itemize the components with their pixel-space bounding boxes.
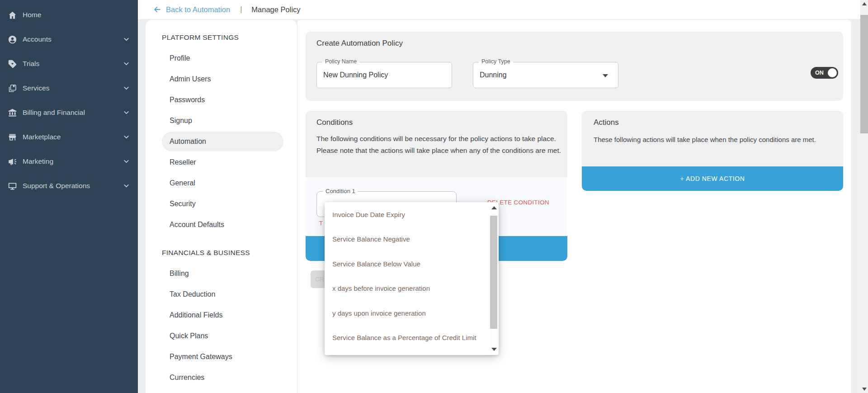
actions-description: These following actions will take place … bbox=[594, 136, 838, 143]
policy-type-value: Dunning bbox=[480, 71, 507, 79]
policy-type-label: Policy Type bbox=[479, 58, 513, 65]
menu-item-passwords[interactable]: Passwords bbox=[146, 90, 297, 110]
menu-item-currencies[interactable]: Currencies bbox=[146, 367, 297, 388]
menu-item-account-defaults[interactable]: Account Defaults bbox=[146, 214, 297, 235]
menu-item-signup[interactable]: Signup bbox=[146, 110, 297, 131]
page-scrollbar[interactable] bbox=[860, 0, 868, 393]
page-title: Manage Policy bbox=[251, 5, 300, 14]
actions-title: Actions bbox=[594, 118, 619, 127]
sidebar: Home Accounts Trials Services Billing an… bbox=[0, 0, 138, 393]
policy-enabled-toggle[interactable]: ON bbox=[811, 67, 838, 79]
menu-item-security[interactable]: Security bbox=[146, 194, 297, 214]
sidebar-item-label: Billing and Financial bbox=[23, 109, 85, 117]
create-policy-card: Create Automation Policy Policy Name Pol… bbox=[306, 32, 843, 101]
home-icon bbox=[8, 10, 17, 20]
dropdown-option-service-balance-negative[interactable]: Service Balance Negative bbox=[325, 227, 499, 252]
dropdown-option-invoice-due-date-expiry[interactable]: Invoice Due Date Expiry bbox=[325, 202, 499, 227]
sidebar-item-home[interactable]: Home bbox=[0, 3, 138, 27]
condition-options-dropdown: Invoice Due Date Expiry Service Balance … bbox=[325, 202, 499, 355]
topbar: Back to Automation | Manage Policy bbox=[138, 0, 868, 19]
sidebar-item-services[interactable]: Services bbox=[0, 76, 138, 100]
policy-name-field: Policy Name bbox=[316, 62, 452, 88]
dropdown-scrollbar-thumb[interactable] bbox=[490, 216, 497, 329]
scroll-up-icon[interactable] bbox=[862, 2, 867, 5]
megaphone-icon bbox=[8, 157, 17, 166]
select-caret-icon bbox=[603, 74, 608, 77]
services-icon bbox=[8, 84, 17, 93]
menu-item-tax-deduction[interactable]: Tax Deduction bbox=[146, 284, 297, 305]
menu-item-billing[interactable]: Billing bbox=[146, 263, 297, 284]
menu-item-profile[interactable]: Profile bbox=[146, 48, 297, 69]
toggle-knob bbox=[828, 68, 837, 77]
menu-item-admin-users[interactable]: Admin Users bbox=[146, 69, 297, 90]
back-to-automation-link[interactable]: Back to Automation bbox=[153, 5, 230, 14]
policy-name-input[interactable] bbox=[317, 62, 452, 88]
bank-icon bbox=[8, 108, 17, 118]
screen: Home Accounts Trials Services Billing an… bbox=[0, 0, 868, 393]
sidebar-item-label: Accounts bbox=[23, 35, 52, 43]
sidebar-item-label: Support & Operations bbox=[23, 182, 90, 190]
chevron-down-icon bbox=[123, 60, 130, 68]
scroll-up-icon[interactable] bbox=[491, 206, 497, 209]
policy-name-label: Policy Name bbox=[322, 58, 359, 65]
add-new-action-button[interactable]: + ADD NEW ACTION bbox=[582, 166, 843, 191]
monitor-icon bbox=[8, 181, 17, 191]
actions-card: Actions These following actions will tak… bbox=[582, 111, 843, 191]
sidebar-item-marketing[interactable]: Marketing bbox=[0, 149, 138, 174]
sidebar-item-label: Home bbox=[23, 11, 41, 19]
conditions-description: The following conditions will be necessa… bbox=[316, 133, 566, 156]
back-link-label: Back to Automation bbox=[166, 5, 230, 14]
dropdown-option-x-days-before-invoice-generation[interactable]: x days before invoice generation bbox=[325, 276, 499, 301]
storefront-icon bbox=[8, 133, 17, 142]
sidebar-item-trials[interactable]: Trials bbox=[0, 52, 138, 76]
condition-1-label: Condition 1 bbox=[323, 188, 358, 194]
sidebar-item-label: Marketing bbox=[23, 157, 53, 166]
menu-item-automation[interactable]: Automation bbox=[146, 131, 297, 152]
conditions-title: Conditions bbox=[316, 118, 353, 127]
menu-item-quick-plans[interactable]: Quick Plans bbox=[146, 326, 297, 346]
dropdown-option-service-balance-below-value[interactable]: Service Balance Below Value bbox=[325, 251, 499, 276]
user-icon bbox=[8, 35, 17, 44]
sidebar-item-label: Trials bbox=[23, 60, 39, 68]
topbar-separator: | bbox=[240, 5, 242, 14]
page-scrollbar-thumb[interactable] bbox=[860, 15, 868, 133]
settings-menu: PLATFORM SETTINGS Profile Admin Users Pa… bbox=[146, 20, 297, 393]
main-content: Create Automation Policy Policy Name Pol… bbox=[297, 20, 851, 393]
chevron-down-icon bbox=[123, 36, 130, 43]
sidebar-item-label: Marketplace bbox=[23, 133, 61, 141]
dropdown-option-y-days-upon-invoice-generation[interactable]: y days upon invoice generation bbox=[325, 301, 499, 326]
chevron-down-icon bbox=[123, 133, 130, 141]
sidebar-item-label: Services bbox=[23, 84, 49, 92]
dropdown-scrollbar[interactable] bbox=[490, 203, 498, 355]
back-arrow-icon bbox=[153, 5, 162, 14]
toggle-state-label: ON bbox=[815, 70, 824, 76]
menu-item-reseller[interactable]: Reseller bbox=[146, 152, 297, 173]
dropdown-option-service-balance-percentage-credit-limit[interactable]: Service Balance as a Percentage of Credi… bbox=[325, 326, 499, 350]
sidebar-item-marketplace[interactable]: Marketplace bbox=[0, 125, 138, 149]
menu-item-payment-gateways[interactable]: Payment Gateways bbox=[146, 346, 297, 367]
scroll-down-icon[interactable] bbox=[862, 388, 867, 391]
sidebar-item-accounts[interactable]: Accounts bbox=[0, 27, 138, 52]
scroll-down-icon[interactable] bbox=[491, 348, 497, 351]
menu-item-additional-fields[interactable]: Additional Fields bbox=[146, 305, 297, 326]
policy-type-select[interactable]: Policy Type Dunning bbox=[473, 62, 618, 88]
policy-card-title: Create Automation Policy bbox=[316, 39, 403, 48]
tag-icon bbox=[8, 59, 17, 69]
chevron-down-icon bbox=[123, 158, 130, 166]
menu-section-header-financials-business: FINANCIALS & BUSINESS bbox=[162, 246, 297, 260]
chevron-down-icon bbox=[123, 85, 130, 92]
menu-section-header-platform-settings: PLATFORM SETTINGS bbox=[162, 31, 297, 44]
sidebar-item-billing-and-financial[interactable]: Billing and Financial bbox=[0, 100, 138, 125]
chevron-down-icon bbox=[123, 109, 130, 117]
chevron-down-icon bbox=[123, 182, 130, 190]
menu-item-general[interactable]: General bbox=[146, 173, 297, 194]
condition-helper-text: T bbox=[319, 220, 323, 227]
sidebar-item-support-operations[interactable]: Support & Operations bbox=[0, 174, 138, 198]
